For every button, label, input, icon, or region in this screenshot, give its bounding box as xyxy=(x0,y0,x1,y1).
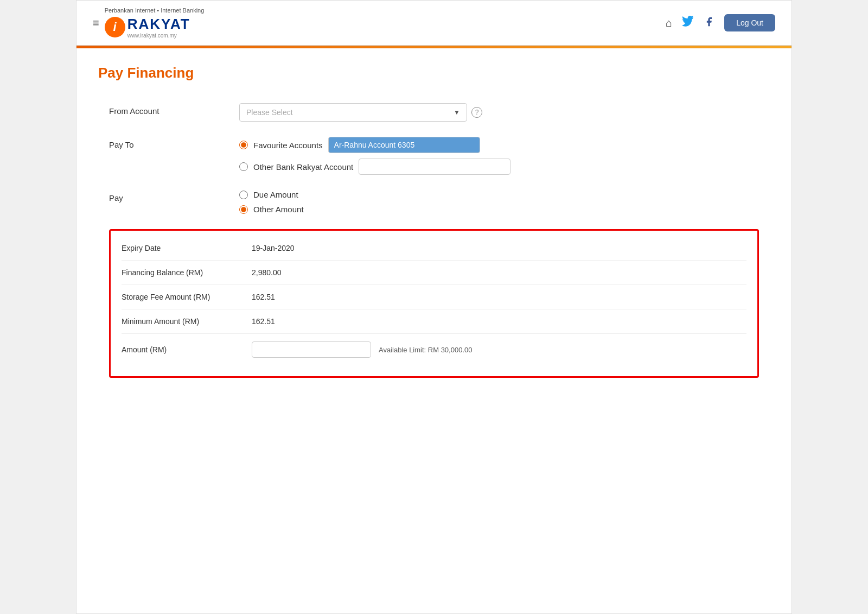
storage-fee-row: Storage Fee Amount (RM) 162.51 xyxy=(122,285,746,309)
logout-button[interactable]: Log Out xyxy=(724,14,775,31)
details-box: Expiry Date 19-Jan-2020 Financing Balanc… xyxy=(109,229,759,378)
logo-block: Perbankan Internet • Internet Banking i … xyxy=(105,7,205,39)
favourite-accounts-radio[interactable] xyxy=(239,141,248,149)
pay-to-row: Pay To Favourite Accounts Other Bank Rak… xyxy=(109,137,759,175)
expiry-date-value: 19-Jan-2020 xyxy=(252,244,746,252)
form-section: From Account Please Select ▼ ? Pay To xyxy=(98,98,770,383)
amount-input[interactable] xyxy=(252,341,371,358)
logo-name: RAKYAT xyxy=(127,16,190,33)
header-right: ⌂ Log Out xyxy=(666,14,775,31)
from-account-control: Please Select ▼ ? xyxy=(239,103,759,122)
logo-text: RAKYAT www.irakyat.com.my xyxy=(127,16,190,39)
favourite-accounts-input[interactable] xyxy=(328,137,480,153)
from-account-label: From Account xyxy=(109,103,239,116)
other-bank-label: Other Bank Rakyat Account xyxy=(253,162,353,172)
available-limit-text: Available Limit: RM 30,000.00 xyxy=(379,346,472,354)
due-amount-row: Due Amount xyxy=(239,190,759,199)
storage-fee-value: 162.51 xyxy=(252,293,746,301)
amount-value-area: Available Limit: RM 30,000.00 xyxy=(252,341,746,358)
financing-balance-row: Financing Balance (RM) 2,980.00 xyxy=(122,261,746,285)
header-left: ≡ Perbankan Internet • Internet Banking … xyxy=(93,7,204,39)
twitter-icon[interactable] xyxy=(682,16,694,30)
hamburger-icon[interactable]: ≡ xyxy=(93,17,99,29)
minimum-amount-value: 162.51 xyxy=(252,317,746,326)
info-icon[interactable]: ? xyxy=(471,107,482,118)
home-icon[interactable]: ⌂ xyxy=(666,17,672,29)
from-account-select[interactable]: Please Select ▼ xyxy=(239,103,467,122)
from-account-placeholder: Please Select xyxy=(246,108,293,117)
minimum-amount-row: Minimum Amount (RM) 162.51 xyxy=(122,309,746,334)
facebook-icon[interactable] xyxy=(704,16,714,30)
from-account-row: From Account Please Select ▼ ? xyxy=(109,103,759,122)
main-content: Pay Financing From Account Please Select… xyxy=(76,48,792,400)
select-arrow-icon: ▼ xyxy=(454,109,460,116)
other-amount-radio[interactable] xyxy=(239,205,248,214)
other-amount-label: Other Amount xyxy=(253,205,304,214)
amount-input-row: Available Limit: RM 30,000.00 xyxy=(252,341,746,358)
from-account-select-wrapper: Please Select ▼ ? xyxy=(239,103,759,122)
page-title: Pay Financing xyxy=(98,65,770,81)
minimum-amount-label: Minimum Amount (RM) xyxy=(122,317,252,326)
financing-balance-label: Financing Balance (RM) xyxy=(122,268,252,277)
pay-label: Pay xyxy=(109,190,239,202)
other-bank-row: Other Bank Rakyat Account xyxy=(239,159,759,175)
favourite-accounts-row: Favourite Accounts xyxy=(239,137,759,153)
pay-control: Due Amount Other Amount xyxy=(239,190,759,214)
expiry-date-row: Expiry Date 19-Jan-2020 xyxy=(122,236,746,261)
due-amount-label: Due Amount xyxy=(253,190,298,199)
logo-tagline: Perbankan Internet • Internet Banking xyxy=(105,7,205,14)
header: ≡ Perbankan Internet • Internet Banking … xyxy=(76,1,792,46)
logo-i-icon: i xyxy=(105,17,125,37)
amount-label: Amount (RM) xyxy=(122,345,252,354)
due-amount-radio[interactable] xyxy=(239,191,248,199)
other-bank-input[interactable] xyxy=(359,159,510,175)
logo-main: i RAKYAT www.irakyat.com.my xyxy=(105,16,205,39)
financing-balance-value: 2,980.00 xyxy=(252,268,746,277)
pay-to-label: Pay To xyxy=(109,137,239,149)
other-amount-row: Other Amount xyxy=(239,205,759,214)
amount-row: Amount (RM) Available Limit: RM 30,000.0… xyxy=(122,334,746,365)
other-bank-radio[interactable] xyxy=(239,162,248,171)
favourite-accounts-label: Favourite Accounts xyxy=(253,141,323,150)
storage-fee-label: Storage Fee Amount (RM) xyxy=(122,293,252,301)
pay-to-control: Favourite Accounts Other Bank Rakyat Acc… xyxy=(239,137,759,175)
logo-url: www.irakyat.com.my xyxy=(127,33,190,39)
expiry-date-label: Expiry Date xyxy=(122,244,252,252)
pay-row: Pay Due Amount Other Amount xyxy=(109,190,759,214)
